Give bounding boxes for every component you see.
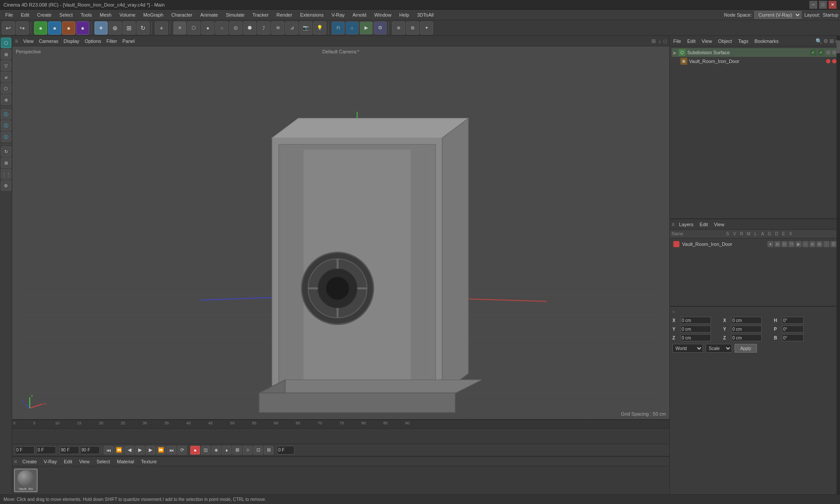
tool-grid[interactable]: ⊞ (1, 158, 11, 168)
mat-menu-material[interactable]: Material (115, 458, 136, 465)
camera-btn[interactable]: 📷 (299, 21, 312, 35)
layers-menu-edit[interactable]: Edit (698, 221, 710, 228)
obj-mgr-view[interactable]: View (700, 38, 714, 45)
menu-item-extensions[interactable]: Extensions (297, 11, 327, 18)
layer-icon-5[interactable]: ▶ (795, 241, 802, 247)
obj-mgr-settings-icon[interactable]: ⚙ (823, 38, 828, 44)
obj-mgr-search-icon[interactable]: 🔍 (816, 38, 822, 44)
props-x-size[interactable] (731, 317, 762, 324)
mat-menu-select[interactable]: Select (95, 458, 112, 465)
key-type-btn[interactable]: ⊹ (243, 446, 252, 455)
menu-item-window[interactable]: Window (371, 11, 395, 18)
play-prev-btn[interactable]: ⏪ (114, 446, 124, 455)
menu-item-help[interactable]: Help (396, 11, 413, 18)
play-step-fwd-btn[interactable]: ▶ (146, 446, 155, 455)
mat-menu-edit[interactable]: Edit (62, 458, 74, 465)
props-p-rot[interactable] (782, 326, 804, 332)
viewport-menu-display[interactable]: Display (63, 38, 79, 44)
play-start-btn[interactable]: ⏮ (104, 446, 113, 455)
tool-gear[interactable]: ⚙ (1, 180, 11, 191)
scale-btn[interactable]: ⊞ (122, 21, 136, 35)
menu-item-select[interactable]: Select (56, 11, 77, 18)
mode-edge-btn[interactable]: ● (62, 21, 75, 35)
right-scrollbar[interactable] (836, 36, 840, 494)
layer-icon-3[interactable]: ⊡ (781, 241, 788, 247)
layer-icon-8[interactable]: ⊞ (816, 241, 822, 247)
viewport-menu-view[interactable]: View (23, 38, 34, 44)
tool-knife[interactable]: ⬠ (1, 83, 11, 94)
menu-item-render[interactable]: Render (273, 11, 296, 18)
tool-rotate[interactable]: ↻ (1, 146, 11, 157)
maximize-btn[interactable]: □ (819, 1, 827, 9)
add-btn[interactable]: + (155, 21, 168, 35)
menu-item-edit[interactable]: Edit (18, 11, 33, 18)
null-obj-btn[interactable]: ✕ (173, 21, 186, 35)
menu-item-mesh[interactable]: Mesh (96, 11, 115, 18)
menu-item-mograph[interactable]: MoGraph (140, 11, 167, 18)
tool-brush[interactable]: ⌀ (1, 72, 11, 82)
tool-s1[interactable]: Ⓢ (1, 109, 11, 119)
play-step-back-btn[interactable]: ◀ (125, 446, 134, 455)
mat-menu-create[interactable]: Create (21, 458, 38, 465)
props-y-size[interactable] (731, 326, 762, 332)
props-b-rot[interactable] (782, 334, 804, 341)
material-swatch-vault[interactable]: Vault_Ro (14, 469, 38, 492)
field-btn[interactable]: ≋ (271, 21, 284, 35)
mat-menu-texture[interactable]: Texture (139, 458, 158, 465)
end-frame-input[interactable] (36, 446, 56, 454)
viewport-3d[interactable]: Perspective Default Camera:* Grid Spacin… (12, 46, 669, 419)
loop-btn[interactable]: ⟳ (177, 446, 187, 455)
props-coord-system-select[interactable]: World (672, 344, 703, 353)
obj-mgr-file[interactable]: File (672, 38, 683, 45)
menu-item-tools[interactable]: Tools (77, 11, 95, 18)
menu-item-arnold[interactable]: Arnold (349, 11, 370, 18)
subdiv-check1[interactable]: ✓ (810, 49, 816, 56)
node-space-select[interactable]: Current (V-Ray) (754, 11, 802, 19)
menu-item-character[interactable]: Character (168, 11, 196, 18)
tool-s2[interactable]: Ⓢ (1, 120, 11, 131)
viewport-menu-cameras[interactable]: Cameras (39, 38, 59, 44)
obj-mgr-filter-icon[interactable]: ⊞ (830, 38, 834, 44)
menu-item-vray[interactable]: V-Ray (328, 11, 348, 18)
close-btn[interactable]: ✕ (829, 1, 836, 9)
render-settings-btn[interactable]: ⚙ (374, 21, 387, 35)
subdiv-check2[interactable]: ✓ (818, 49, 824, 56)
start-frame-input[interactable] (15, 446, 35, 454)
viewport-fullscreen-icon[interactable]: □ (664, 38, 667, 44)
menu-item-animate[interactable]: Animate (197, 11, 221, 18)
layers-menu-view[interactable]: View (712, 221, 726, 228)
props-apply-button[interactable]: Apply (735, 344, 757, 353)
menu-item-tracker[interactable]: Tracker (249, 11, 272, 18)
props-h-rot[interactable] (782, 317, 804, 324)
layer-icon-6[interactable]: ⌂ (802, 241, 808, 247)
menu-item-3dtoall[interactable]: 3DToAll (413, 11, 437, 18)
cloner-btn[interactable]: ⊿ (285, 21, 298, 35)
xray-btn[interactable]: ✦ (420, 21, 433, 35)
cube-btn[interactable]: ⬡ (187, 21, 200, 35)
key-sel-btn[interactable]: ◈ (211, 446, 221, 455)
menu-item-create[interactable]: Create (34, 11, 55, 18)
obj-mgr-bookmarks[interactable]: Bookmarks (752, 38, 780, 45)
light-btn[interactable]: 💡 (313, 21, 326, 35)
mat-menu-view[interactable]: View (77, 458, 91, 465)
tool-object-mode[interactable]: ⬡ (1, 38, 11, 48)
layer-icon-1[interactable]: ● (767, 241, 774, 247)
scrollbar-thumb[interactable] (836, 40, 840, 53)
sphere-btn[interactable]: ● (201, 21, 214, 35)
preview-btn[interactable]: ⊡ (253, 446, 263, 455)
circle-btn[interactable]: ○ (215, 21, 228, 35)
menu-item-file[interactable]: File (2, 11, 17, 18)
props-x-pos[interactable] (680, 317, 711, 324)
props-z-size[interactable] (731, 334, 762, 341)
viewport-menu-options[interactable]: Options (84, 38, 101, 44)
tool-magnet[interactable]: ⊕ (1, 94, 11, 105)
menu-item-volume[interactable]: Volume (116, 11, 139, 18)
obj-mgr-tags[interactable]: Tags (736, 38, 750, 45)
deformer-btn[interactable]: ⤴ (257, 21, 270, 35)
mode-object-btn[interactable]: ● (34, 21, 47, 35)
layers-menu-layers[interactable]: Layers (677, 221, 695, 228)
layer-icon-2[interactable]: ⊞ (774, 241, 780, 247)
viewport-lock-icon[interactable]: ↓ (658, 38, 661, 44)
props-y-pos[interactable] (680, 326, 711, 332)
record-btn[interactable]: ● (190, 446, 200, 455)
